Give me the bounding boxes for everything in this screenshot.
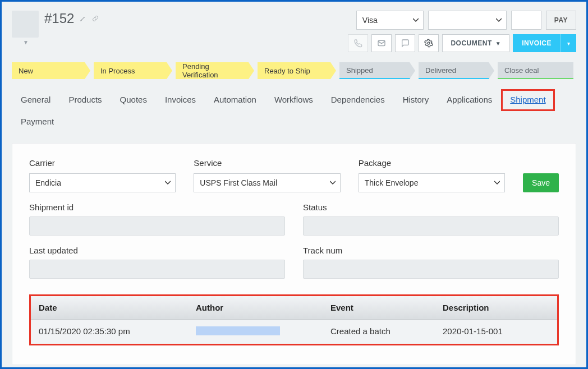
log-header-date: Date	[31, 296, 188, 319]
card-select[interactable]: Visa	[356, 11, 424, 30]
stage-shipped[interactable]: Shipped	[339, 62, 415, 79]
header: ▼ #152 Visa PAY	[12, 11, 576, 52]
log-header-desc: Description	[435, 296, 557, 319]
track-num-value	[303, 260, 559, 279]
avatar[interactable]: ▼	[12, 11, 39, 38]
status-field: Status	[303, 202, 559, 236]
shipment-readonly-row-2: Last updated Track num	[29, 246, 559, 279]
package-select[interactable]: Thick Envelope	[359, 173, 505, 192]
gear-icon[interactable]	[419, 34, 439, 52]
pay-button[interactable]: PAY	[546, 11, 576, 30]
log-header-event: Event	[323, 296, 435, 319]
status-value	[303, 216, 559, 236]
stage-delivered[interactable]: Delivered	[419, 62, 494, 79]
tab-workflows[interactable]: Workflows	[265, 89, 322, 111]
tab-history[interactable]: History	[394, 89, 438, 111]
stage-pending-verification[interactable]: Pending Verification	[176, 62, 254, 79]
amount-input[interactable]	[511, 11, 541, 30]
pay-row: Visa PAY	[356, 11, 576, 30]
carrier-label: Carrier	[29, 158, 176, 168]
shipment-id-field: Shipment id	[29, 202, 285, 236]
stage-in-process[interactable]: In Process	[94, 62, 172, 79]
tab-general[interactable]: General	[12, 89, 59, 111]
author-redacted	[196, 326, 280, 335]
invoice-dropdown[interactable]: ▾	[561, 34, 576, 52]
secondary-select[interactable]	[428, 11, 507, 30]
shipment-id-value	[29, 216, 285, 236]
carrier-field: Carrier Endicia	[29, 158, 176, 192]
mail-icon[interactable]	[371, 34, 392, 52]
log-cell-desc: 2020-01-15-001	[435, 320, 557, 344]
chat-icon[interactable]	[395, 34, 415, 52]
save-button[interactable]: Save	[523, 173, 559, 192]
log-cell-event: Created a batch	[323, 320, 435, 344]
tab-quotes[interactable]: Quotes	[111, 89, 156, 111]
last-updated-field: Last updated	[29, 246, 285, 279]
package-label: Package	[359, 158, 505, 168]
top-right: Visa PAY	[348, 11, 576, 52]
action-row: DOCUMENT ▼ INVOICE ▾	[348, 34, 576, 52]
chevron-down-icon[interactable]: ▼	[23, 39, 29, 45]
svg-point-1	[428, 42, 430, 44]
log-cell-date: 01/15/2020 02:35:30 pm	[31, 320, 188, 344]
tabs: General Products Quotes Invoices Automat…	[12, 89, 576, 133]
shipment-readonly-row-1: Shipment id Status	[29, 202, 559, 236]
log-cell-author	[188, 320, 323, 344]
track-num-label: Track num	[303, 246, 559, 255]
chevron-down-icon: ▼	[495, 40, 501, 47]
document-button-label: DOCUMENT	[451, 39, 491, 47]
service-label: Service	[194, 158, 340, 168]
document-button[interactable]: DOCUMENT ▼	[442, 34, 509, 52]
log-header: Date Author Event Description	[31, 296, 557, 320]
app-frame: ▼ #152 Visa PAY	[0, 0, 588, 369]
shipment-selects-row: Carrier Endicia Service USPS First Class…	[29, 158, 559, 192]
avatar-block: ▼ #152	[12, 11, 99, 38]
status-label: Status	[303, 202, 559, 212]
tab-automation[interactable]: Automation	[205, 89, 265, 111]
package-field: Package Thick Envelope	[359, 158, 505, 192]
tab-dependencies[interactable]: Dependencies	[322, 89, 394, 111]
tab-payment[interactable]: Payment	[12, 111, 68, 133]
order-id: #152	[44, 11, 99, 26]
last-updated-value	[29, 260, 285, 279]
stage-new[interactable]: New	[12, 62, 90, 79]
link-icon[interactable]	[92, 15, 99, 22]
phone-icon[interactable]	[348, 34, 368, 52]
tab-products[interactable]: Products	[59, 89, 111, 111]
invoice-button[interactable]: INVOICE	[513, 34, 561, 52]
carrier-select[interactable]: Endicia	[29, 173, 176, 192]
pipeline: New In Process Pending Verification Read…	[12, 62, 576, 79]
invoice-group: INVOICE ▾	[513, 34, 576, 52]
tab-invoices[interactable]: Invoices	[156, 89, 205, 111]
track-num-field: Track num	[303, 246, 559, 279]
stage-close-deal[interactable]: Close deal	[498, 62, 573, 79]
pencil-icon[interactable]	[80, 15, 86, 22]
log-row: 01/15/2020 02:35:30 pm Created a batch 2…	[31, 320, 557, 344]
shipment-card: Carrier Endicia Service USPS First Class…	[12, 143, 576, 365]
log-table: Date Author Event Description 01/15/2020…	[29, 294, 559, 345]
stage-ready-to-ship[interactable]: Ready to Ship	[258, 62, 336, 79]
shipment-id-label: Shipment id	[29, 202, 285, 212]
tab-shipment[interactable]: Shipment	[501, 89, 554, 111]
order-id-text: #152	[44, 11, 74, 26]
service-select[interactable]: USPS First Class Mail	[194, 173, 340, 192]
log-header-author: Author	[188, 296, 323, 319]
tab-applications[interactable]: Applications	[438, 89, 501, 111]
last-updated-label: Last updated	[29, 246, 285, 255]
service-field: Service USPS First Class Mail	[194, 158, 340, 192]
